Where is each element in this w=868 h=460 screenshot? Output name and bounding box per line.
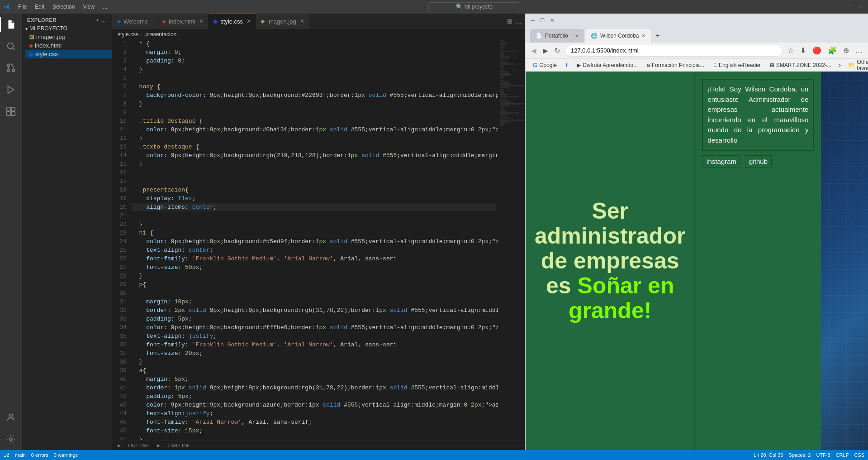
file-item-imagen[interactable]: 🖼 imagen.jpg [25, 33, 112, 41]
folder-icon: 📁 [848, 62, 855, 68]
tab-label-index: index.html [169, 18, 195, 25]
file-item-style[interactable]: ◉ style.css [25, 50, 112, 58]
github-link[interactable]: github [745, 155, 772, 168]
back-button[interactable]: ◀ [529, 45, 538, 57]
tab-welcome[interactable]: ◈ Welcome [112, 14, 157, 29]
tab-index[interactable]: ◈ index.html ✕ [157, 14, 209, 29]
account-activity-icon[interactable] [0, 407, 22, 428]
tab-bar: ◈ Welcome ◈ index.html ✕ ◉ style.css ✕ ◈… [112, 14, 525, 29]
split-browser-icon[interactable]: ⊕ [841, 44, 851, 57]
menu-more[interactable]: ... [99, 3, 111, 11]
menu-file[interactable]: File [14, 3, 30, 11]
file-name-index: index.html [35, 42, 62, 49]
search-activity-icon[interactable] [0, 35, 22, 57]
other-favorites-label: Other favorites [857, 59, 868, 72]
svg-line-1 [13, 48, 14, 50]
panel-timeline[interactable]: TIMELINE [167, 443, 190, 448]
maximize-btn[interactable]: □ [847, 3, 854, 11]
search-bar[interactable]: 🔍 Mi proyecto [428, 2, 520, 11]
title-bar: File Edit Selection View ... 🔍 Mi proyec… [0, 0, 868, 14]
minimize-btn[interactable]: ─ [838, 3, 845, 11]
activity-bar [0, 14, 22, 450]
encoding[interactable]: UTF-8 [816, 452, 830, 458]
git-branch[interactable]: main [15, 452, 26, 458]
bookmark-google[interactable]: G Google [529, 61, 560, 69]
new-tab-button[interactable]: + [652, 29, 663, 43]
bookmarks-more[interactable]: › [837, 61, 843, 69]
split-editor-icon[interactable]: ⊞ [507, 18, 512, 25]
title-bar-center: 🔍 Mi proyecto [111, 2, 837, 11]
line-ending[interactable]: CRLF [836, 452, 849, 458]
bookmark-smartzone[interactable]: ⊞ SMART ZONE 2022-... [766, 61, 835, 69]
file-item-index[interactable]: ◈ index.html [25, 41, 112, 50]
bookmark-english[interactable]: E English e-Reader [710, 61, 764, 69]
breadcrumb-file[interactable]: style.css [118, 31, 138, 38]
more-editor-actions-icon[interactable]: … [515, 18, 522, 25]
bookmark-formacion[interactable]: a Formación Principia... [643, 61, 708, 69]
favorites-icon[interactable]: ☆ [786, 44, 796, 57]
browser-tab-wilson-close[interactable]: ✕ [641, 33, 645, 39]
svg-rect-9 [7, 112, 10, 115]
code-content[interactable]: * { margin: 0; padding: 0; } body { back… [130, 39, 498, 440]
breadcrumb-selector[interactable]: .presentacion [144, 31, 176, 38]
extensions-activity-icon[interactable] [0, 101, 22, 122]
explorer-activity-icon[interactable] [0, 14, 22, 35]
errors-count[interactable]: 0 errors [31, 452, 48, 458]
code-editor[interactable]: 1234567891011121314151617181920212223242… [112, 39, 525, 440]
warnings-count[interactable]: 0 warnings [54, 452, 78, 458]
website-main: Ser administrador de empresas es Soñar e… [526, 72, 868, 450]
sidebar: EXPLORER + … ▾ MI PROYECTO 🖼 imagen.jpg … [22, 14, 112, 450]
extensions-browser-icon[interactable]: 🧩 [826, 44, 839, 57]
language[interactable]: CSS [854, 452, 864, 458]
source-control-activity-icon[interactable] [0, 57, 22, 79]
tab-close-style[interactable]: ✕ [247, 18, 251, 24]
tab-close-imagen[interactable]: ✕ [300, 18, 304, 24]
bookmark-formacion-label: Formación Principia... [652, 62, 704, 68]
tab-imagen[interactable]: ◈ imagen.jpg ✕ [256, 14, 309, 29]
browser-title-bar: ─ ❐ ✕ [526, 14, 868, 27]
project-tree-row[interactable]: ▾ MI PROYECTO [22, 24, 112, 33]
menu-view[interactable]: View [79, 3, 98, 11]
browser-restore[interactable]: ❐ [538, 17, 546, 24]
settings-activity-icon[interactable] [0, 428, 22, 450]
browser-tab-portafolio-label: Portafolio [545, 33, 568, 39]
browser-tab-wilson[interactable]: 🌐 Wilson Cordoba ✕ [585, 29, 651, 43]
chevron-timeline-icon: ▶ [157, 443, 160, 448]
browser-close[interactable]: ✕ [548, 17, 556, 24]
address-bar[interactable] [565, 45, 783, 57]
refresh-button[interactable]: ↻ [553, 45, 562, 57]
cursor-position[interactable]: Ln 20, Col 36 [754, 452, 783, 458]
line-numbers: 1234567891011121314151617181920212223242… [112, 39, 130, 440]
close-btn[interactable]: ✕ [857, 3, 864, 11]
browser-tab-portafolio[interactable]: 📄 Portafolio ✕ [530, 29, 584, 43]
bookmark-facebook[interactable]: f [562, 61, 571, 69]
debug-activity-icon[interactable] [0, 79, 22, 101]
browser-minimize[interactable]: ─ [529, 17, 536, 24]
menu-edit[interactable]: Edit [31, 3, 48, 11]
website-left: Ser administrador de empresas es Soñar e… [526, 72, 694, 450]
indentation[interactable]: Spaces: 2 [789, 452, 811, 458]
tab-close-index[interactable]: ✕ [199, 18, 204, 24]
bookmark-disfruta[interactable]: ▶ Disfruta Aprendiendo... [573, 61, 641, 69]
downloads-icon[interactable]: ⬇ [798, 44, 808, 57]
new-file-icon[interactable]: + [96, 17, 99, 23]
file-name-imagen: imagen.jpg [36, 34, 65, 40]
breadcrumb-separator: › [140, 31, 142, 38]
panel-outline[interactable]: OUTLINE [128, 443, 150, 448]
chevron-outline-icon: ▶ [118, 443, 121, 448]
bio-text: ¡Hola! Soy Wilson Cordoba, un entusiaste… [702, 79, 814, 151]
security-icon[interactable]: 🔴 [811, 44, 823, 57]
sidebar-header-icons: + … [96, 17, 106, 23]
instagram-link[interactable]: Instagram [702, 155, 740, 168]
tab-style[interactable]: ◉ style.css ✕ [209, 14, 256, 29]
website-image [821, 72, 868, 450]
menu-selection[interactable]: Selection [49, 3, 78, 11]
browser-tab-portafolio-close[interactable]: ✕ [575, 33, 579, 39]
more-browser-icon[interactable]: … [854, 45, 864, 57]
facebook-favicon: f [566, 62, 568, 68]
heading-highlight: Soñar en grande! [569, 273, 674, 323]
other-favorites[interactable]: 📁 Other favorites [844, 59, 868, 72]
forward-button[interactable]: ▶ [541, 45, 550, 57]
tab-label-style: style.css [220, 18, 243, 25]
more-actions-icon[interactable]: … [101, 17, 106, 23]
